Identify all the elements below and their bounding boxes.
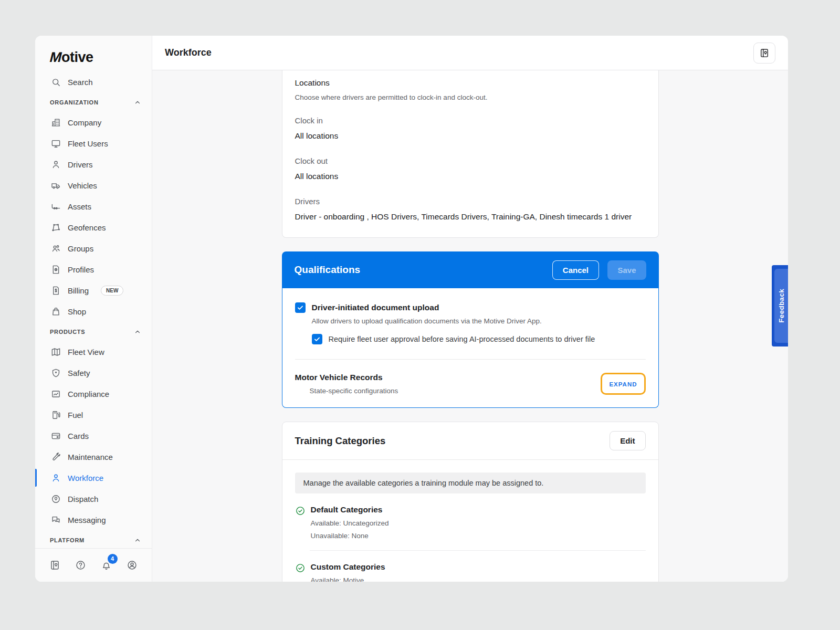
- sidebar-item-label: Vehicles: [68, 181, 97, 190]
- locations-description: Choose where drivers are permitted to cl…: [295, 93, 646, 101]
- search-icon: [51, 77, 61, 87]
- help-button[interactable]: [74, 559, 87, 572]
- chevron-up-icon: [134, 537, 141, 544]
- sidebar-item-label: Drivers: [68, 160, 93, 169]
- sidebar-item-compliance[interactable]: Compliance: [35, 383, 152, 404]
- guide-header-button[interactable]: [753, 43, 775, 64]
- sidebar-item-safety[interactable]: Safety: [35, 362, 152, 383]
- sidebar-item-fleet-users[interactable]: Fleet Users: [35, 133, 152, 154]
- sidebar-item-maintenance[interactable]: Maintenance: [35, 446, 152, 467]
- cancel-button[interactable]: Cancel: [552, 260, 599, 280]
- qualifications-header: Qualifications Cancel Save: [282, 251, 659, 288]
- chevron-up-icon: [134, 99, 141, 106]
- chat-bubbles-icon: [51, 515, 61, 525]
- chart-frame-icon: [51, 389, 61, 399]
- qualifications-title: Qualifications: [295, 264, 361, 276]
- sidebar-item-workforce[interactable]: Workforce: [35, 467, 152, 488]
- sidebar-item-groups[interactable]: Groups: [35, 238, 152, 259]
- dispatch-pin-icon: [51, 494, 61, 504]
- drivers-field: Drivers Driver - onboarding , HOS Driver…: [295, 197, 646, 223]
- sidebar-item-profiles[interactable]: Profiles: [35, 259, 152, 280]
- check-circle-icon: [295, 563, 306, 573]
- section-label: PLATFORM: [50, 537, 85, 543]
- clock-in-value: All locations: [295, 130, 646, 142]
- feedback-tab-inner: Feedback: [774, 269, 788, 343]
- sidebar-item-drivers[interactable]: Drivers: [35, 154, 152, 175]
- section-header-organization[interactable]: ORGANIZATION: [35, 92, 152, 112]
- account-button[interactable]: [125, 559, 139, 572]
- monitor-icon: [51, 139, 61, 149]
- sidebar-item-fleet-view[interactable]: Fleet View: [35, 341, 152, 362]
- sidebar-item-label: Search: [68, 78, 93, 87]
- sidebar-item-messaging[interactable]: Messaging: [35, 509, 152, 530]
- sidebar-item-vehicles[interactable]: Vehicles: [35, 175, 152, 196]
- credit-card-icon: [51, 431, 61, 441]
- sidebar-item-label: Fuel: [68, 411, 83, 419]
- sidebar-item-billing[interactable]: Billing NEW: [35, 280, 152, 301]
- app-window: Motive Search ORGANIZATION Company Fleet…: [35, 36, 788, 582]
- approval-checkbox[interactable]: [312, 334, 322, 344]
- guide-button[interactable]: [48, 559, 61, 572]
- notifications-button[interactable]: 4: [100, 559, 113, 572]
- profile-gear-icon: [51, 265, 61, 275]
- sidebar-item-label: Shop: [68, 307, 86, 316]
- feedback-tab[interactable]: Feedback: [772, 265, 788, 346]
- page-content: Locations Choose where drivers are permi…: [152, 70, 788, 582]
- guide-map-icon: [759, 48, 770, 58]
- help-icon: [75, 560, 86, 571]
- page-header: Workforce: [152, 36, 788, 70]
- sidebar-item-label: Maintenance: [68, 453, 113, 461]
- drivers-value: Driver - onboarding , HOS Drivers, Timec…: [295, 211, 636, 223]
- expand-link[interactable]: EXPAND: [609, 381, 637, 387]
- doc-upload-checkbox[interactable]: [295, 302, 306, 313]
- training-banner: Manage the available categories a traini…: [295, 472, 646, 494]
- sidebar-item-label: Billing: [68, 286, 89, 295]
- clock-in-label: Clock in: [295, 116, 646, 125]
- sidebar-item-fuel[interactable]: Fuel: [35, 404, 152, 425]
- qualifications-card: Qualifications Cancel Save Driver-initia…: [282, 251, 659, 408]
- default-unavailable: Unavailable: None: [311, 532, 389, 540]
- logo-rest: otive: [61, 49, 93, 65]
- sidebar-item-geofences[interactable]: Geofences: [35, 217, 152, 238]
- expand-highlight[interactable]: EXPAND: [601, 373, 645, 395]
- section-label: PRODUCTS: [50, 329, 85, 335]
- sidebar-item-dispatch[interactable]: Dispatch: [35, 488, 152, 509]
- sidebar-item-label: Cards: [68, 432, 89, 440]
- wrench-icon: [51, 452, 61, 462]
- sidebar-item-label: Company: [68, 118, 101, 127]
- training-title: Training Categories: [295, 435, 386, 447]
- sidebar-item-shop[interactable]: Shop: [35, 301, 152, 322]
- sidebar-item-company[interactable]: Company: [35, 112, 152, 133]
- sidebar-item-assets[interactable]: Assets: [35, 196, 152, 217]
- chevron-up-icon: [134, 328, 141, 335]
- motive-logo[interactable]: Motive: [35, 36, 152, 71]
- sidebar-item-label: Messaging: [68, 516, 106, 524]
- person-icon: [51, 473, 61, 483]
- billing-document-icon: [51, 286, 61, 296]
- training-body: Manage the available categories a traini…: [282, 460, 658, 582]
- sidebar-item-label: Geofences: [68, 223, 106, 232]
- sidebar-item-label: Dispatch: [68, 495, 98, 503]
- default-available: Available: Uncategorized: [311, 519, 389, 527]
- check-icon: [297, 304, 304, 311]
- map-icon: [51, 347, 61, 357]
- edit-button[interactable]: Edit: [610, 431, 645, 450]
- notification-count-badge: 4: [108, 554, 118, 564]
- sidebar-footer: 4: [35, 548, 152, 582]
- sidebar-item-label: Workforce: [68, 474, 103, 482]
- drivers-label: Drivers: [295, 197, 646, 206]
- feedback-label: Feedback: [778, 289, 785, 323]
- custom-categories-title: Custom Categories: [311, 562, 385, 572]
- mvr-subtitle: State-specific configurations: [310, 387, 398, 395]
- clock-in-field: Clock in All locations: [295, 116, 646, 142]
- sidebar-item-label: Safety: [68, 369, 90, 377]
- default-categories-group: Default Categories Available: Uncategori…: [295, 505, 646, 540]
- section-header-products[interactable]: PRODUCTS: [35, 322, 152, 341]
- doc-upload-description: Allow drivers to upload qualification do…: [312, 317, 646, 325]
- save-button[interactable]: Save: [607, 260, 646, 280]
- qualifications-body: Driver-initiated document upload Allow d…: [282, 288, 659, 408]
- section-header-platform[interactable]: PLATFORM: [35, 530, 152, 548]
- sidebar-item-cards[interactable]: Cards: [35, 425, 152, 446]
- clock-out-value: All locations: [295, 171, 646, 182]
- sidebar-item-search[interactable]: Search: [35, 71, 152, 92]
